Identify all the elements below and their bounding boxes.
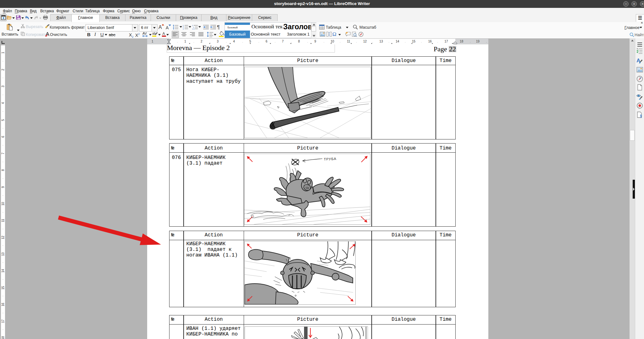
svg-text:A: A (163, 31, 165, 36)
svg-text:1.1: 1.1 (192, 28, 195, 30)
svg-text:3: 3 (183, 28, 184, 30)
svg-text:N: N (639, 76, 640, 78)
svg-text:AV: AV (142, 32, 147, 35)
svg-text:ТРУБА: ТРУБА (324, 157, 336, 161)
